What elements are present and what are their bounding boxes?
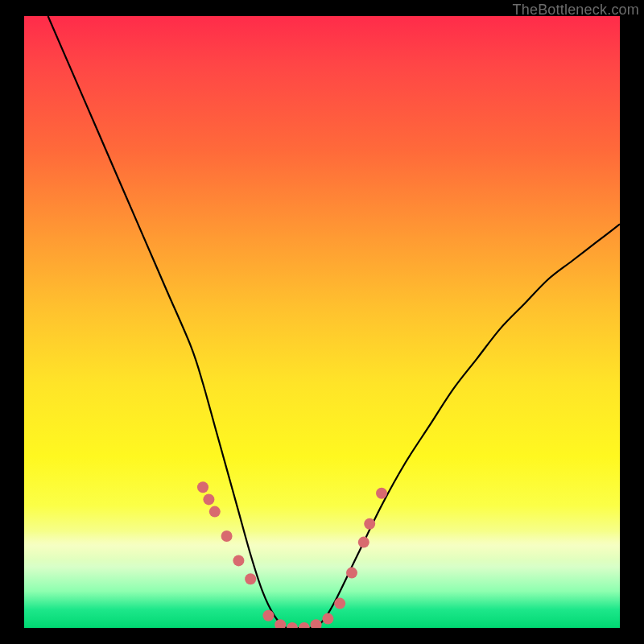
- outer-frame: TheBottleneck.com: [0, 0, 644, 644]
- highlight-dot: [346, 568, 357, 579]
- highlight-dot: [221, 530, 233, 542]
- chart-svg: [24, 16, 620, 628]
- highlight-dot: [376, 488, 387, 499]
- highlight-dot: [358, 537, 369, 548]
- highlight-dot: [299, 622, 310, 628]
- highlight-dot: [209, 506, 221, 518]
- highlight-dot: [311, 619, 322, 628]
- highlight-dot: [197, 481, 208, 493]
- highlight-dot: [245, 573, 256, 584]
- plot-area: [24, 16, 620, 628]
- highlight-dot: [275, 619, 286, 628]
- highlight-dot: [364, 518, 375, 530]
- highlight-dot: [203, 493, 214, 505]
- highlight-dot: [262, 610, 274, 621]
- bottleneck-curve: [48, 16, 620, 628]
- highlight-dot: [322, 613, 333, 625]
- highlight-dot: [233, 555, 244, 566]
- highlight-dot: [334, 598, 345, 609]
- highlight-dot: [287, 622, 298, 628]
- highlight-dots: [197, 481, 387, 628]
